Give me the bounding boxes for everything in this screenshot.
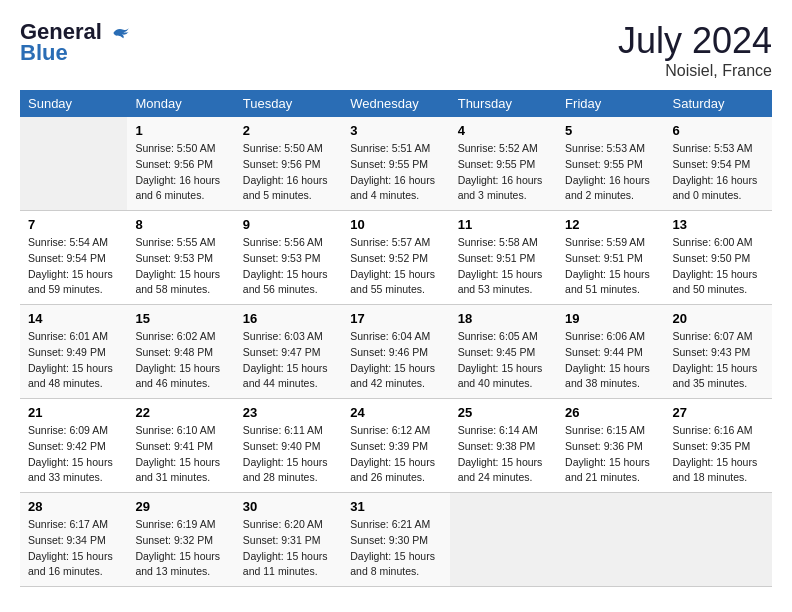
day-number: 22 xyxy=(135,405,226,420)
calendar-week-row: 1Sunrise: 5:50 AM Sunset: 9:56 PM Daylig… xyxy=(20,117,772,211)
calendar-cell: 19Sunrise: 6:06 AM Sunset: 9:44 PM Dayli… xyxy=(557,305,664,399)
calendar-cell: 26Sunrise: 6:15 AM Sunset: 9:36 PM Dayli… xyxy=(557,399,664,493)
day-number: 27 xyxy=(673,405,764,420)
calendar-cell: 18Sunrise: 6:05 AM Sunset: 9:45 PM Dayli… xyxy=(450,305,557,399)
day-number: 6 xyxy=(673,123,764,138)
day-info: Sunrise: 5:57 AM Sunset: 9:52 PM Dayligh… xyxy=(350,235,441,298)
day-number: 2 xyxy=(243,123,334,138)
day-number: 26 xyxy=(565,405,656,420)
day-number: 4 xyxy=(458,123,549,138)
day-info: Sunrise: 5:50 AM Sunset: 9:56 PM Dayligh… xyxy=(243,141,334,204)
day-info: Sunrise: 5:56 AM Sunset: 9:53 PM Dayligh… xyxy=(243,235,334,298)
calendar-cell: 16Sunrise: 6:03 AM Sunset: 9:47 PM Dayli… xyxy=(235,305,342,399)
calendar-cell: 24Sunrise: 6:12 AM Sunset: 9:39 PM Dayli… xyxy=(342,399,449,493)
day-info: Sunrise: 5:51 AM Sunset: 9:55 PM Dayligh… xyxy=(350,141,441,204)
calendar-cell: 7Sunrise: 5:54 AM Sunset: 9:54 PM Daylig… xyxy=(20,211,127,305)
day-number: 29 xyxy=(135,499,226,514)
weekday-header-sunday: Sunday xyxy=(20,90,127,117)
day-number: 19 xyxy=(565,311,656,326)
day-number: 24 xyxy=(350,405,441,420)
day-info: Sunrise: 6:01 AM Sunset: 9:49 PM Dayligh… xyxy=(28,329,119,392)
day-info: Sunrise: 6:03 AM Sunset: 9:47 PM Dayligh… xyxy=(243,329,334,392)
day-number: 1 xyxy=(135,123,226,138)
calendar-cell: 21Sunrise: 6:09 AM Sunset: 9:42 PM Dayli… xyxy=(20,399,127,493)
location: Noisiel, France xyxy=(618,62,772,80)
calendar-cell xyxy=(450,493,557,587)
calendar-cell: 28Sunrise: 6:17 AM Sunset: 9:34 PM Dayli… xyxy=(20,493,127,587)
calendar-cell: 29Sunrise: 6:19 AM Sunset: 9:32 PM Dayli… xyxy=(127,493,234,587)
day-info: Sunrise: 6:10 AM Sunset: 9:41 PM Dayligh… xyxy=(135,423,226,486)
weekday-header-monday: Monday xyxy=(127,90,234,117)
day-info: Sunrise: 6:07 AM Sunset: 9:43 PM Dayligh… xyxy=(673,329,764,392)
day-info: Sunrise: 6:21 AM Sunset: 9:30 PM Dayligh… xyxy=(350,517,441,580)
day-info: Sunrise: 6:11 AM Sunset: 9:40 PM Dayligh… xyxy=(243,423,334,486)
day-number: 11 xyxy=(458,217,549,232)
day-info: Sunrise: 5:54 AM Sunset: 9:54 PM Dayligh… xyxy=(28,235,119,298)
day-info: Sunrise: 5:50 AM Sunset: 9:56 PM Dayligh… xyxy=(135,141,226,204)
title-block: July 2024 Noisiel, France xyxy=(618,20,772,80)
calendar-cell: 5Sunrise: 5:53 AM Sunset: 9:55 PM Daylig… xyxy=(557,117,664,211)
day-info: Sunrise: 6:12 AM Sunset: 9:39 PM Dayligh… xyxy=(350,423,441,486)
calendar-cell: 6Sunrise: 5:53 AM Sunset: 9:54 PM Daylig… xyxy=(665,117,772,211)
day-number: 15 xyxy=(135,311,226,326)
month-title: July 2024 xyxy=(618,20,772,62)
calendar-cell: 4Sunrise: 5:52 AM Sunset: 9:55 PM Daylig… xyxy=(450,117,557,211)
day-number: 7 xyxy=(28,217,119,232)
weekday-header-wednesday: Wednesday xyxy=(342,90,449,117)
day-number: 17 xyxy=(350,311,441,326)
calendar-cell: 8Sunrise: 5:55 AM Sunset: 9:53 PM Daylig… xyxy=(127,211,234,305)
day-info: Sunrise: 6:16 AM Sunset: 9:35 PM Dayligh… xyxy=(673,423,764,486)
calendar-cell: 27Sunrise: 6:16 AM Sunset: 9:35 PM Dayli… xyxy=(665,399,772,493)
day-number: 25 xyxy=(458,405,549,420)
calendar-cell: 12Sunrise: 5:59 AM Sunset: 9:51 PM Dayli… xyxy=(557,211,664,305)
day-info: Sunrise: 6:20 AM Sunset: 9:31 PM Dayligh… xyxy=(243,517,334,580)
day-number: 14 xyxy=(28,311,119,326)
calendar-table: SundayMondayTuesdayWednesdayThursdayFrid… xyxy=(20,90,772,587)
day-info: Sunrise: 6:17 AM Sunset: 9:34 PM Dayligh… xyxy=(28,517,119,580)
logo: General Blue xyxy=(20,20,130,66)
day-number: 8 xyxy=(135,217,226,232)
day-number: 13 xyxy=(673,217,764,232)
calendar-cell xyxy=(557,493,664,587)
calendar-week-row: 21Sunrise: 6:09 AM Sunset: 9:42 PM Dayli… xyxy=(20,399,772,493)
calendar-cell: 14Sunrise: 6:01 AM Sunset: 9:49 PM Dayli… xyxy=(20,305,127,399)
calendar-cell: 25Sunrise: 6:14 AM Sunset: 9:38 PM Dayli… xyxy=(450,399,557,493)
day-number: 10 xyxy=(350,217,441,232)
day-number: 31 xyxy=(350,499,441,514)
day-number: 9 xyxy=(243,217,334,232)
weekday-header-thursday: Thursday xyxy=(450,90,557,117)
calendar-cell: 11Sunrise: 5:58 AM Sunset: 9:51 PM Dayli… xyxy=(450,211,557,305)
calendar-cell: 22Sunrise: 6:10 AM Sunset: 9:41 PM Dayli… xyxy=(127,399,234,493)
day-info: Sunrise: 5:55 AM Sunset: 9:53 PM Dayligh… xyxy=(135,235,226,298)
day-number: 18 xyxy=(458,311,549,326)
calendar-cell: 3Sunrise: 5:51 AM Sunset: 9:55 PM Daylig… xyxy=(342,117,449,211)
weekday-header-tuesday: Tuesday xyxy=(235,90,342,117)
calendar-cell: 20Sunrise: 6:07 AM Sunset: 9:43 PM Dayli… xyxy=(665,305,772,399)
day-number: 5 xyxy=(565,123,656,138)
day-info: Sunrise: 5:58 AM Sunset: 9:51 PM Dayligh… xyxy=(458,235,549,298)
calendar-cell: 15Sunrise: 6:02 AM Sunset: 9:48 PM Dayli… xyxy=(127,305,234,399)
calendar-cell: 9Sunrise: 5:56 AM Sunset: 9:53 PM Daylig… xyxy=(235,211,342,305)
calendar-cell: 30Sunrise: 6:20 AM Sunset: 9:31 PM Dayli… xyxy=(235,493,342,587)
day-number: 21 xyxy=(28,405,119,420)
calendar-week-row: 7Sunrise: 5:54 AM Sunset: 9:54 PM Daylig… xyxy=(20,211,772,305)
day-number: 28 xyxy=(28,499,119,514)
calendar-cell: 31Sunrise: 6:21 AM Sunset: 9:30 PM Dayli… xyxy=(342,493,449,587)
day-info: Sunrise: 6:04 AM Sunset: 9:46 PM Dayligh… xyxy=(350,329,441,392)
day-number: 3 xyxy=(350,123,441,138)
calendar-cell: 2Sunrise: 5:50 AM Sunset: 9:56 PM Daylig… xyxy=(235,117,342,211)
weekday-header-saturday: Saturday xyxy=(665,90,772,117)
weekday-header-row: SundayMondayTuesdayWednesdayThursdayFrid… xyxy=(20,90,772,117)
day-info: Sunrise: 5:53 AM Sunset: 9:54 PM Dayligh… xyxy=(673,141,764,204)
logo-bird-icon xyxy=(110,23,130,43)
calendar-cell xyxy=(665,493,772,587)
calendar-cell: 23Sunrise: 6:11 AM Sunset: 9:40 PM Dayli… xyxy=(235,399,342,493)
day-info: Sunrise: 5:59 AM Sunset: 9:51 PM Dayligh… xyxy=(565,235,656,298)
day-info: Sunrise: 6:02 AM Sunset: 9:48 PM Dayligh… xyxy=(135,329,226,392)
day-info: Sunrise: 6:15 AM Sunset: 9:36 PM Dayligh… xyxy=(565,423,656,486)
day-number: 16 xyxy=(243,311,334,326)
day-number: 12 xyxy=(565,217,656,232)
calendar-cell: 1Sunrise: 5:50 AM Sunset: 9:56 PM Daylig… xyxy=(127,117,234,211)
page-header: General Blue July 2024 Noisiel, France xyxy=(20,20,772,80)
day-info: Sunrise: 6:19 AM Sunset: 9:32 PM Dayligh… xyxy=(135,517,226,580)
